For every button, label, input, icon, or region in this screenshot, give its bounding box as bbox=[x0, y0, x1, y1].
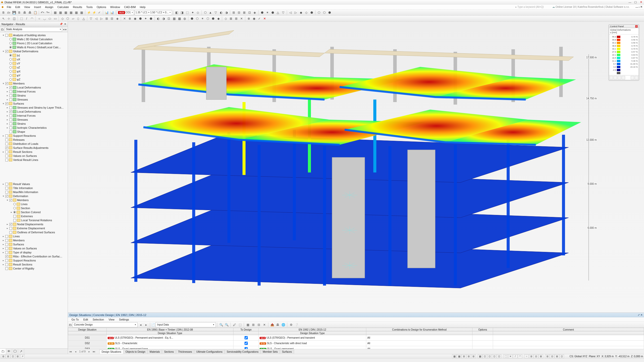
tb2-tool-45[interactable]: ✓ bbox=[257, 16, 262, 21]
tree-checkbox[interactable] bbox=[5, 183, 8, 186]
cp-icon-3[interactable] bbox=[618, 76, 621, 79]
tree-checkbox[interactable] bbox=[9, 110, 12, 113]
col-header[interactable]: EN 1992 | DIN | 2015-12 bbox=[259, 328, 366, 332]
to-design-checkbox[interactable] bbox=[245, 336, 248, 339]
tbl-prev[interactable]: ◂ bbox=[138, 322, 143, 327]
tb1-tool-25[interactable]: ⬠ bbox=[316, 10, 321, 15]
tb1-calc-0[interactable]: ⚡ bbox=[86, 10, 91, 15]
tree-expand-icon[interactable]: ▸ bbox=[2, 134, 5, 137]
col-header[interactable]: Design Situation bbox=[68, 328, 107, 332]
tree-node[interactable]: ▸ Support Reactions bbox=[1, 258, 67, 262]
tb2-tool-18[interactable]: ⊞ bbox=[104, 16, 109, 21]
tbl-module-dropdown[interactable]: Concrete Design▾ bbox=[72, 322, 138, 327]
tree-node[interactable]: Extremes bbox=[1, 214, 67, 218]
tb2-tool-36[interactable]: ⬡ bbox=[205, 16, 210, 21]
menu-file[interactable]: File bbox=[5, 5, 13, 10]
tb1-btn-6[interactable]: 📋 bbox=[33, 10, 38, 15]
tb1-tool-15[interactable]: ⬢ bbox=[260, 10, 265, 15]
tree-node[interactable]: Walls | 3D Global Calculation bbox=[1, 37, 67, 41]
tb1-tool-27[interactable]: ⬢ bbox=[327, 10, 332, 15]
tree-node[interactable]: Shape bbox=[1, 130, 67, 134]
tree-checkbox[interactable] bbox=[5, 50, 8, 53]
tree-node[interactable]: ▸ Result Sections bbox=[1, 150, 67, 154]
tree-node[interactable]: Outlines of Deformed Surfaces bbox=[1, 230, 67, 234]
tbl-tool-9[interactable]: 🖶 bbox=[275, 322, 280, 327]
sb-tool-4[interactable]: ⊞ bbox=[471, 354, 476, 358]
sb-left-2[interactable]: ⊡ bbox=[11, 354, 15, 358]
tree-radio[interactable] bbox=[13, 207, 16, 209]
tree-checkbox[interactable] bbox=[5, 134, 8, 137]
tb2-tool-44[interactable]: ◉ bbox=[252, 16, 257, 21]
tb2-tool-31[interactable]: ▩ bbox=[177, 16, 182, 21]
tree-checkbox[interactable] bbox=[5, 143, 8, 145]
tree-node[interactable]: ▸ Stresses and Strains by Layer Thick... bbox=[1, 106, 67, 110]
tree-node[interactable]: Floors | 2D Local Calculation bbox=[1, 41, 67, 45]
tree-checkbox[interactable] bbox=[13, 219, 16, 222]
tree-node[interactable]: Surface Results Adjustments bbox=[1, 146, 67, 150]
tree-node[interactable]: ▸ Strains bbox=[1, 122, 67, 126]
tree-checkbox[interactable] bbox=[9, 223, 12, 226]
menu-options[interactable]: Options bbox=[95, 5, 108, 10]
tb2-tool-8[interactable]: ⬭ bbox=[47, 16, 52, 21]
tree-expand-icon[interactable]: ▸ bbox=[6, 227, 9, 230]
tree-node[interactable]: ▸ Section Colored bbox=[1, 210, 67, 214]
tbl-menu-selection[interactable]: Selection bbox=[91, 318, 106, 321]
tb2-tool-29[interactable]: ⊡ bbox=[166, 16, 171, 21]
tb1-undo-0[interactable]: ↶▾ bbox=[40, 10, 45, 15]
tree-node[interactable]: ▸ Nodal Displacements bbox=[1, 222, 67, 226]
tree-node[interactable]: ▾ Members bbox=[1, 81, 67, 85]
tree-checkbox[interactable] bbox=[5, 267, 8, 270]
tree-expand-icon[interactable]: ▸ bbox=[6, 223, 9, 225]
tb1-tool-11[interactable]: ⊟ bbox=[236, 10, 242, 15]
tree-expand-icon[interactable]: ▾ bbox=[6, 199, 9, 201]
tree-checkbox[interactable] bbox=[5, 263, 8, 266]
tbl-tool-6[interactable]: ⊟ bbox=[256, 322, 261, 327]
tb2-tool-4[interactable]: / bbox=[24, 16, 29, 21]
menu-help[interactable]: Help bbox=[138, 5, 147, 10]
tree-checkbox[interactable] bbox=[5, 191, 8, 194]
table-row[interactable]: DS3 S QpSLS - Quasi-permanent base S QpS… bbox=[68, 346, 644, 349]
tree-node[interactable]: ▸ Extreme Displacement bbox=[1, 226, 67, 230]
tb2-tool-42[interactable]: ✕ bbox=[239, 16, 244, 21]
tb2-tool-17[interactable]: ▷ bbox=[99, 16, 104, 21]
tbl-next2[interactable]: ▸ bbox=[87, 350, 91, 353]
tb2-tool-10[interactable]: ◇ bbox=[60, 16, 65, 21]
tb2-tool-16[interactable]: ◁ bbox=[94, 16, 99, 21]
tree-expand-icon[interactable]: ▸ bbox=[2, 183, 5, 185]
tb1-tool-16[interactable]: ✶ bbox=[265, 10, 270, 15]
table-dock-icon[interactable]: ⤢ bbox=[638, 313, 640, 316]
tree-radio[interactable] bbox=[9, 42, 12, 44]
tbl-tab-materials[interactable]: Materials bbox=[147, 350, 162, 354]
sb-left-0[interactable]: ⊞ bbox=[1, 354, 6, 358]
tb2-tool-43[interactable]: ⊗ bbox=[246, 16, 251, 21]
tbl-tool-10[interactable]: 🌐 bbox=[281, 322, 286, 327]
tree-node[interactable]: φY bbox=[1, 73, 67, 77]
col-header[interactable]: Comment bbox=[493, 328, 644, 332]
tb1-res-0[interactable]: 📊 bbox=[104, 10, 109, 15]
tree-node[interactable]: φZ bbox=[1, 77, 67, 81]
control-panel-close[interactable]: × bbox=[635, 25, 638, 28]
tbl-tool-2[interactable]: 🖊 bbox=[232, 322, 237, 327]
col-header[interactable]: EN 1990 | Base + Timber | DIN | 2012-08 bbox=[107, 328, 233, 332]
tb2-tool-6[interactable]: ○ bbox=[37, 16, 42, 21]
tb2-tool-15[interactable]: ▽ bbox=[88, 16, 93, 21]
tree-node[interactable]: uZ bbox=[1, 65, 67, 69]
maximize-button[interactable]: ▢ bbox=[633, 1, 637, 4]
menu-results[interactable]: Results bbox=[71, 5, 84, 10]
tb2-tool-28[interactable]: ◑ bbox=[161, 16, 166, 21]
tree-checkbox[interactable] bbox=[5, 151, 8, 153]
tree-node[interactable]: uX bbox=[1, 57, 67, 61]
tree-node[interactable]: Distribution of Loads bbox=[1, 142, 67, 146]
tree-checkbox[interactable] bbox=[9, 94, 12, 97]
tb1-btn-3[interactable]: 🗎 bbox=[17, 10, 22, 15]
tree-node[interactable]: Center of Rigidity bbox=[1, 266, 67, 270]
menu-tools[interactable]: Tools bbox=[84, 5, 94, 10]
keyword-search[interactable]: ▸ Type a keyword (Alt+Q) bbox=[515, 6, 544, 8]
tree-checkbox[interactable] bbox=[5, 251, 8, 254]
tree-checkbox[interactable] bbox=[9, 86, 12, 89]
nav-close-icon[interactable]: ✕ bbox=[64, 23, 66, 25]
tbl-tool-4[interactable]: ▦ bbox=[245, 322, 250, 327]
tb1-tool-23[interactable]: ◇ bbox=[304, 10, 309, 15]
tree-expand-icon[interactable]: ▸ bbox=[2, 263, 5, 266]
nav-mode-dropdown[interactable]: Static Analysis▾ bbox=[5, 27, 62, 32]
